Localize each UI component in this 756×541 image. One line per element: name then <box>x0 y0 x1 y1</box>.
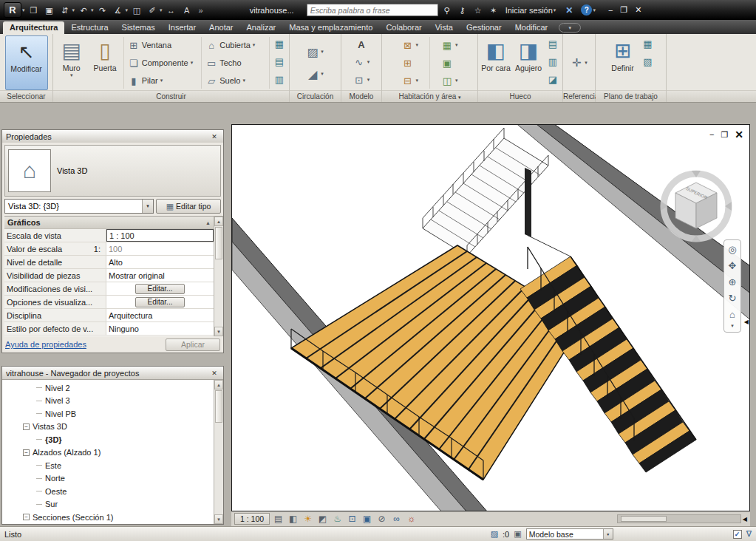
dropdown-arrow-icon[interactable]: ▾ <box>242 78 245 84</box>
dropdown-arrow-icon[interactable]: ▾ <box>191 60 194 66</box>
tree-item-norte[interactable]: Norte <box>2 472 214 486</box>
panel-dropdown-icon[interactable]: ▾ <box>458 95 461 100</box>
filter-icon[interactable]: ∇ <box>746 529 752 539</box>
shadows-icon[interactable]: ◩ <box>316 514 329 524</box>
dimension-icon[interactable]: ↔ <box>165 4 178 17</box>
por-cara-button[interactable]: ◧ Por cara <box>480 35 512 90</box>
apply-button[interactable]: Aplicar <box>166 338 220 351</box>
dropdown-arrow-icon[interactable]: ▾ <box>455 42 458 48</box>
tab-estructura[interactable]: Estructura <box>64 21 115 34</box>
edit-button[interactable]: Editar... <box>135 284 185 294</box>
show-crop-icon[interactable]: ▣ <box>361 514 373 524</box>
barandilla-button[interactable]: ▨ ▾ <box>304 43 326 61</box>
hueco-buhardilla-icon[interactable]: ◪ <box>545 71 561 89</box>
techo-button[interactable]: ▭ Techo <box>203 54 268 72</box>
section-icon[interactable]: ◫ <box>130 4 143 17</box>
dropdown-arrow-icon[interactable]: ▾ <box>455 78 458 84</box>
combo-arrow-icon[interactable]: ▾ <box>603 529 613 539</box>
close-icon[interactable]: ✕ <box>209 133 219 140</box>
property-value[interactable]: Arquitectura <box>106 309 214 321</box>
property-value[interactable]: Ninguno <box>106 322 214 335</box>
press-drag-checkbox[interactable]: ✓ <box>733 530 742 539</box>
tab-masa-y-emplazamiento[interactable]: Masa y emplazamiento <box>282 21 379 34</box>
tree-item-nivel-pb[interactable]: Nivel PB <box>2 407 214 421</box>
sun-path-icon[interactable]: ☀ <box>302 514 314 524</box>
close-button[interactable]: ✕ <box>635 5 641 15</box>
tab-sistemas[interactable]: Sistemas <box>115 21 162 34</box>
text-icon[interactable]: A <box>180 4 194 17</box>
browser-title-bar[interactable]: vitrahouse - Navegador de proyectos ✕ <box>2 367 223 379</box>
dropdown-arrow-icon[interactable]: ▾ <box>321 71 324 77</box>
area-button[interactable]: ▦ ▾ <box>439 36 460 54</box>
hide-isolate-icon[interactable]: ∞ <box>390 514 403 524</box>
tab-anotar[interactable]: Anotar <box>202 21 239 34</box>
sparkle-icon[interactable]: ✶ <box>487 4 500 17</box>
orbit-icon[interactable]: ↻ <box>724 290 740 307</box>
edit-type-button[interactable]: ▦ Editar tipo <box>156 199 221 214</box>
reveal-hidden-icon[interactable]: ☼ <box>405 514 418 524</box>
show-rendering-icon[interactable]: ♨ <box>331 514 344 524</box>
view-scale-button[interactable]: 1 : 100 <box>234 513 270 525</box>
binoculars-icon[interactable]: ⚲ <box>440 4 454 17</box>
measure-icon[interactable]: ✐ <box>146 4 159 17</box>
panel-label-construir[interactable]: Construir <box>53 90 289 102</box>
minimize-button[interactable]: − <box>608 6 613 15</box>
help-icon[interactable]: ? <box>581 4 592 16</box>
ventana-button[interactable]: ⊞ Ventana <box>126 36 200 54</box>
property-value[interactable]: Alto <box>106 256 214 268</box>
pilar-button[interactable]: ▮ Pilar ▾ <box>126 72 200 89</box>
dropdown-arrow-icon[interactable]: ▾ <box>91 7 94 13</box>
dropdown-arrow-icon[interactable]: ▾ <box>367 59 370 65</box>
agujero-button[interactable]: ◨ Agujero <box>512 35 545 90</box>
mostrar-plano-icon[interactable]: ▦ <box>640 35 656 53</box>
collapse-icon[interactable]: − <box>23 449 30 456</box>
navbar-more-icon[interactable]: ▾ <box>731 323 734 330</box>
sign-in-arrow-icon[interactable]: ▾ <box>554 7 556 13</box>
tab-modificar[interactable]: Modificar <box>508 21 555 34</box>
visor-plano-icon[interactable]: ▧ <box>640 53 656 71</box>
tab-vista[interactable]: Vista <box>429 21 460 34</box>
property-value[interactable]: 1 : 100 <box>106 229 214 242</box>
tree-item-oeste[interactable]: Oeste <box>2 485 214 498</box>
dropdown-arrow-icon[interactable]: ▾ <box>585 60 588 66</box>
texto-modelo-button[interactable]: A <box>353 35 370 53</box>
design-options-icon[interactable]: ▣ <box>514 529 521 539</box>
dropdown-arrow-icon[interactable]: ▾ <box>126 7 129 13</box>
visual-style-icon[interactable]: ◧ <box>287 514 299 524</box>
close-icon[interactable]: ✕ <box>209 370 219 377</box>
worksets-icon[interactable]: ▨ <box>491 529 498 539</box>
panel-label-modelo[interactable]: Modelo <box>341 90 381 102</box>
dropdown-arrow-icon[interactable]: ▾ <box>253 42 256 48</box>
habitacion-button[interactable]: ⊠ ▾ <box>399 36 420 54</box>
unlocked-view-icon[interactable]: ⊘ <box>375 514 388 524</box>
open-icon[interactable]: ❒ <box>27 4 41 17</box>
scroll-left-icon[interactable]: ◀ <box>743 516 747 523</box>
tree-item-vistas-3d[interactable]: − Vistas 3D <box>2 421 214 434</box>
scroll-up-icon[interactable]: ▲ <box>214 217 223 226</box>
scroll-track[interactable] <box>617 514 741 523</box>
tree-item-nivel-2[interactable]: Nivel 2 <box>2 381 214 395</box>
tab-gestionar[interactable]: Gestionar <box>460 21 508 34</box>
dropdown-arrow-icon[interactable]: ▾ <box>321 49 324 55</box>
tab-analizar[interactable]: Analizar <box>240 21 283 34</box>
collapse-section-icon[interactable]: ▲ <box>205 220 211 225</box>
key-icon[interactable]: ⚷ <box>456 4 469 17</box>
dropdown-arrow-icon[interactable]: ▾ <box>160 78 163 84</box>
tree-item-3d[interactable]: {3D} <box>2 433 214 446</box>
muro-button[interactable]: ▤ Muro ▾ <box>55 35 88 90</box>
panel-label-plano-de-trabajo[interactable]: Plano de trabajo <box>596 90 666 102</box>
nav-wheel-icon[interactable]: ◎ <box>724 242 740 258</box>
suelo-button[interactable]: ▱ Suelo ▾ <box>203 72 268 89</box>
curtain-grid-icon[interactable]: ▤ <box>271 53 287 71</box>
collapse-icon[interactable]: − <box>23 514 30 520</box>
app-menu-button[interactable]: R <box>4 2 21 18</box>
qat-overflow-icon[interactable]: » <box>199 6 203 15</box>
app-menu-arrow-icon[interactable]: ▾ <box>22 7 25 13</box>
properties-help-link[interactable]: Ayuda de propiedades <box>5 340 86 349</box>
etiqueta-area-button[interactable]: ◫ ▾ <box>439 72 460 89</box>
home-icon[interactable]: ⌂ <box>724 307 740 323</box>
tree-item-sur[interactable]: Sur <box>2 498 214 511</box>
view-restore-button[interactable]: ❐ <box>721 130 728 140</box>
panel-label-circulacion[interactable]: Circulación <box>290 90 341 102</box>
tree-item-alzados[interactable]: − Alzados (Alzado 1) <box>2 446 214 460</box>
